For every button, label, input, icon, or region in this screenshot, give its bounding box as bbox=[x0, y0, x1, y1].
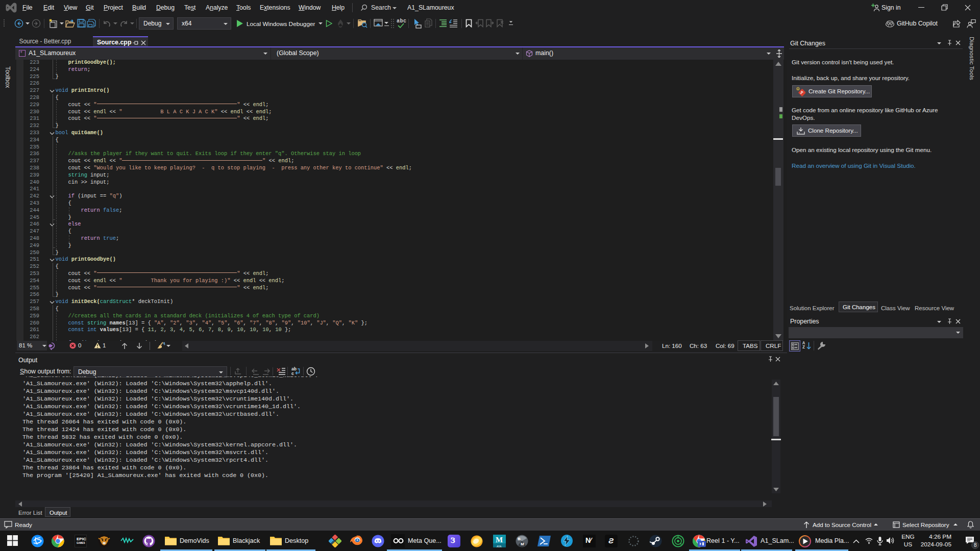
svg-text:M: M bbox=[521, 542, 524, 546]
svg-text:c: c bbox=[291, 371, 294, 376]
svg-text:B: B bbox=[518, 537, 521, 541]
